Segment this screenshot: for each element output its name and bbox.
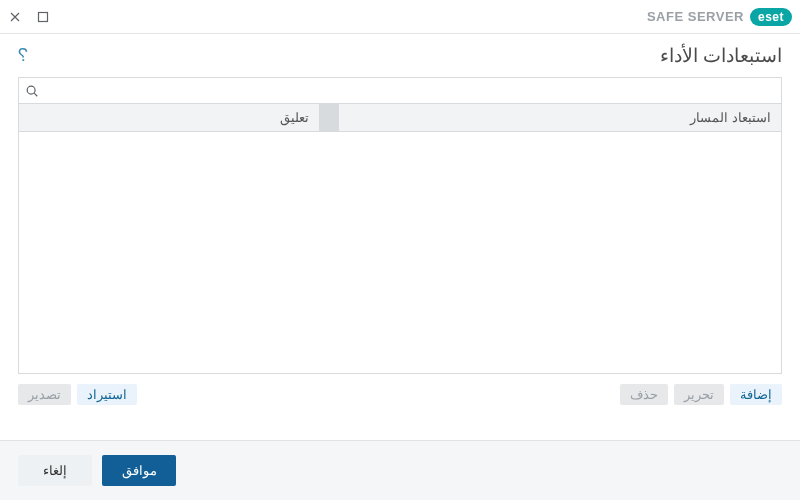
titlebar: eset SAFE SERVER	[0, 0, 800, 34]
cancel-button[interactable]: إلغاء	[18, 455, 92, 486]
export-button[interactable]: تصدير	[18, 384, 71, 405]
ok-button[interactable]: موافق	[102, 455, 176, 486]
search-input[interactable]	[45, 78, 781, 103]
close-icon[interactable]	[8, 10, 22, 24]
add-button[interactable]: إضافة	[730, 384, 782, 405]
page-header: استبعادات الأداء ?	[0, 34, 800, 77]
brand-badge: eset	[750, 8, 792, 26]
svg-point-1	[27, 86, 35, 94]
exclusions-table-body[interactable]	[18, 131, 782, 374]
table-header: استبعاد المسار تعليق	[18, 104, 782, 131]
help-icon[interactable]: ?	[18, 45, 28, 66]
exclusions-card: استبعاد المسار تعليق	[18, 77, 782, 374]
action-row: إضافة تحرير حذف استيراد تصدير	[18, 384, 782, 405]
io-buttons: استيراد تصدير	[18, 384, 137, 405]
maximize-icon[interactable]	[36, 10, 50, 24]
search-row	[18, 77, 782, 104]
search-icon[interactable]	[19, 78, 45, 103]
dialog-footer: موافق إلغاء	[0, 440, 800, 500]
brand-block: eset SAFE SERVER	[647, 8, 792, 26]
delete-button[interactable]: حذف	[620, 384, 668, 405]
column-comment[interactable]: تعليق	[19, 104, 319, 131]
window-controls	[8, 10, 50, 24]
column-separator	[319, 104, 339, 131]
brand-product: SAFE SERVER	[647, 9, 744, 24]
column-path[interactable]: استبعاد المسار	[339, 104, 781, 131]
edit-button[interactable]: تحرير	[674, 384, 724, 405]
import-button[interactable]: استيراد	[77, 384, 137, 405]
page-title: استبعادات الأداء	[660, 44, 782, 67]
crud-buttons: إضافة تحرير حذف	[620, 384, 782, 405]
svg-rect-0	[39, 12, 48, 21]
